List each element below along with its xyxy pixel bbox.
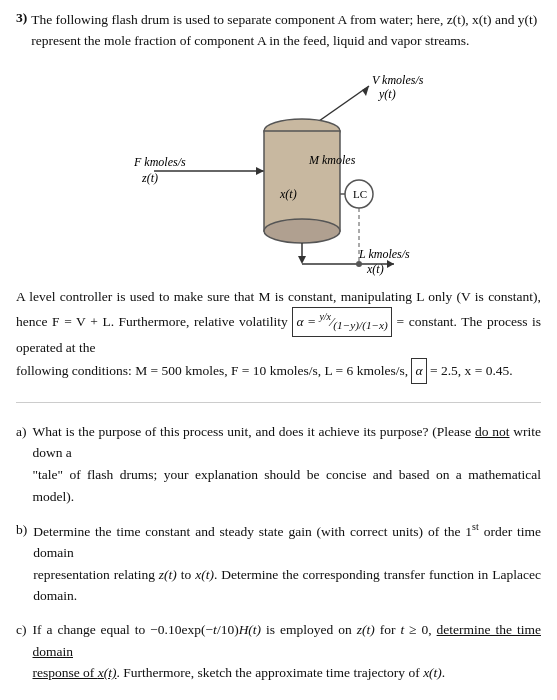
- svg-text:M kmoles: M kmoles: [308, 153, 356, 167]
- q-b-text: Determine the time constant and steady s…: [33, 519, 541, 607]
- svg-point-10: [264, 219, 340, 243]
- svg-text:F kmoles/s: F kmoles/s: [133, 155, 186, 169]
- svg-text:z(t): z(t): [141, 171, 158, 185]
- alpha-box: α = y/x⁄(1−y)/(1−x): [292, 307, 391, 336]
- intro-line1: The following flash drum is used to sepa…: [31, 12, 537, 27]
- svg-marker-5: [256, 167, 264, 175]
- q-c-text: If a change equal to −0.10exp(−t/10)H(t)…: [33, 619, 542, 684]
- svg-text:L kmoles/s: L kmoles/s: [358, 247, 410, 261]
- svg-text:V kmoles/s: V kmoles/s: [372, 73, 424, 87]
- vl-text: V + L. Furthermore, relative volatility: [76, 314, 288, 329]
- alpha-box2: α: [411, 358, 426, 384]
- svg-rect-9: [264, 131, 340, 231]
- question-a: a) What is the purpose of this process u…: [16, 421, 541, 507]
- q-c-label: c): [16, 619, 27, 641]
- svg-line-0: [319, 86, 369, 121]
- problem-intro: The following flash drum is used to sepa…: [31, 10, 537, 52]
- q-b-label: b): [16, 519, 27, 541]
- problem-number-label: 3): [16, 10, 27, 26]
- svg-text:x(t): x(t): [366, 262, 384, 276]
- svg-text:LC: LC: [353, 188, 367, 200]
- svg-marker-17: [298, 256, 306, 264]
- q-a-text: What is the purpose of this process unit…: [33, 421, 542, 507]
- alpha-num: = 2.5, x = 0.45.: [430, 363, 513, 378]
- body-text-block: A level controller is used to make sure …: [16, 286, 541, 384]
- question-c: c) If a change equal to −0.10exp(−t/10)H…: [16, 619, 541, 684]
- svg-text:y(t): y(t): [378, 87, 396, 101]
- problem-header: 3) The following flash drum is used to s…: [16, 10, 541, 52]
- flash-drum-diagram: V kmoles/s y(t) F kmoles/s z(t) M kmoles…: [124, 66, 434, 276]
- svg-marker-19: [387, 260, 394, 268]
- conditions-text: following conditions: M = 500 kmoles, F …: [16, 363, 408, 378]
- question-b: b) Determine the time constant and stead…: [16, 519, 541, 607]
- svg-text:x(t): x(t): [279, 187, 297, 201]
- section-divider: [16, 402, 541, 403]
- q-a-label: a): [16, 421, 27, 443]
- svg-marker-1: [362, 86, 369, 96]
- intro-line2: represent the mole fraction of component…: [31, 33, 469, 48]
- svg-point-23: [356, 261, 362, 267]
- questions-section: a) What is the purpose of this process u…: [16, 421, 541, 684]
- diagram-container: V kmoles/s y(t) F kmoles/s z(t) M kmoles…: [16, 66, 541, 276]
